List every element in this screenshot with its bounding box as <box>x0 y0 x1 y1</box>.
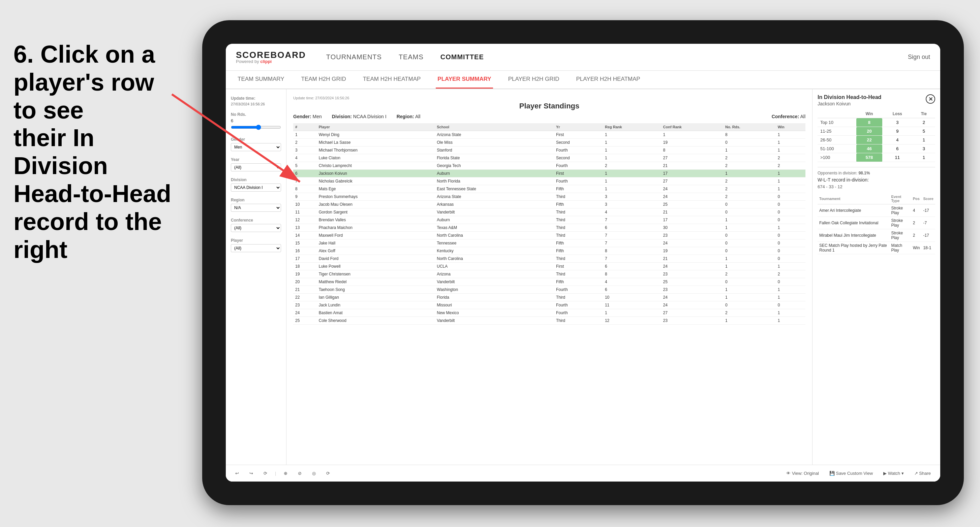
h2h-wlt-value: 674 - 33 - 12 <box>818 184 935 189</box>
col-reg-rank: Reg Rank <box>603 123 661 131</box>
view-original-button[interactable]: 👁 View: Original <box>784 470 822 477</box>
tournament-row: SEC Match Play hosted by Jerry Pate Roun… <box>818 242 935 254</box>
panel-title: Player Standings <box>293 102 805 110</box>
nav-teams[interactable]: TEAMS <box>399 52 423 63</box>
sidebar-year: Year (All) <box>231 157 281 171</box>
sidebar-division: Division NCAA Division I <box>231 178 281 192</box>
table-row[interactable]: 12 Brendan Valles Auburn Third 7 17 1 0 <box>293 216 805 224</box>
logo-area: SCOREBOARD Powered by clippi <box>236 51 306 63</box>
col-yr: Yr <box>554 123 603 131</box>
filter-button[interactable]: ⟳ <box>323 470 332 477</box>
h2h-panel: In Division Head-to-Head Jackson Koivun … <box>812 89 940 481</box>
gender-select[interactable]: Men Women <box>231 143 281 151</box>
table-row[interactable]: 4 Luke Claton Florida State Second 1 27 … <box>293 154 805 162</box>
logo-powered: Powered by clippi <box>236 59 306 63</box>
table-row[interactable]: 13 Phachara Maichon Texas A&M Third 6 30… <box>293 224 805 232</box>
h2h-divider <box>818 167 935 167</box>
sign-out-button[interactable]: Sign out <box>908 54 930 60</box>
tablet-screen: SCOREBOARD Powered by clippi TOURNAMENTS… <box>226 44 940 481</box>
col-conf-rank: Conf Rank <box>661 123 723 131</box>
table-row[interactable]: 24 Bastien Amat New Mexico Fourth 1 27 2… <box>293 309 805 317</box>
col-win: Win <box>776 123 805 131</box>
h2h-tournament-table: Tournament Event Type Pos Score Amer Ari… <box>818 193 935 254</box>
main-content: Update time: 27/03/2024 16:56:26 No Rds.… <box>226 89 940 481</box>
watch-button[interactable]: ▶ Watch ▾ <box>881 470 907 477</box>
table-row[interactable]: 9 Preston Summerhays Arizona State Third… <box>293 193 805 201</box>
table-row[interactable]: 11 Gordon Sargent Vanderbilt Third 4 21 … <box>293 208 805 216</box>
col-school: School <box>435 123 554 131</box>
player-select[interactable]: (All) <box>231 244 281 252</box>
toolbar-right: 👁 View: Original 💾 Save Custom View ▶ Wa… <box>784 470 934 477</box>
panel-header: Player Standings <box>293 102 805 110</box>
sidebar: Update time: 27/03/2024 16:56:26 No Rds.… <box>226 89 286 481</box>
save-custom-button[interactable]: 💾 Save Custom View <box>827 470 875 477</box>
table-row[interactable]: 21 Taehoon Song Washington Fourth 6 23 1… <box>293 286 805 294</box>
h2h-opponents-label: Opponents in division: 98.1% <box>818 171 935 175</box>
tournament-row: Fallen Oak Collegiate Invitational Strok… <box>818 217 935 229</box>
sidebar-no-rds: No Rds. 6 <box>231 112 281 131</box>
h2h-row: 26-50 22 4 1 <box>818 136 935 144</box>
sidebar-conference: Conference (All) <box>231 218 281 232</box>
remove-button[interactable]: ⊘ <box>295 470 304 477</box>
h2h-player: Jackson Koivun <box>818 101 881 106</box>
h2h-record: W-L-T record in-division: <box>818 177 935 183</box>
sub-nav-team-h2h-heatmap[interactable]: TEAM H2H HEATMAP <box>361 71 423 89</box>
nav-items: TOURNAMENTS TEAMS COMMITTEE <box>326 52 888 63</box>
sub-nav-player-summary[interactable]: PLAYER SUMMARY <box>436 71 493 89</box>
h2h-row: >100 578 11 1 <box>818 153 935 162</box>
table-row[interactable]: 2 Michael La Sasse Ole Miss Second 1 19 … <box>293 139 805 146</box>
sidebar-region: Region N/A <box>231 198 281 212</box>
sub-nav-player-h2h-grid[interactable]: PLAYER H2H GRID <box>506 71 561 89</box>
table-row[interactable]: 22 Ian Gilligan Florida Third 10 24 1 1 <box>293 294 805 302</box>
table-row[interactable]: 20 Matthew Riedel Vanderbilt Fifth 4 25 … <box>293 278 805 286</box>
table-row[interactable]: 6 Jackson Koivun Auburn First 1 17 1 1 <box>293 170 805 178</box>
col-no-rds: No. Rds. <box>723 123 776 131</box>
bottom-toolbar: ↩ ↪ ⟳ | ⊕ ⊘ ◎ ⟳ 👁 View: Original 💾 Save … <box>226 465 940 481</box>
logo-scoreboard: SCOREBOARD <box>236 51 306 59</box>
instruction-text: 6. Click on a player's row to see their … <box>0 34 196 270</box>
redo-button[interactable]: ↪ <box>247 470 256 477</box>
table-row[interactable]: 14 Maxwell Ford North Carolina Third 7 2… <box>293 232 805 240</box>
sidebar-gender: Gender Men Women <box>231 137 281 151</box>
h2h-row: 51-100 46 6 3 <box>818 144 935 153</box>
division-select[interactable]: NCAA Division I <box>231 184 281 192</box>
undo-button[interactable]: ↩ <box>232 470 242 477</box>
region-select[interactable]: N/A <box>231 204 281 212</box>
table-row[interactable]: 1 Wenyi Ding Arizona State First 1 1 8 1 <box>293 131 805 139</box>
no-rds-slider[interactable] <box>231 125 281 130</box>
col-player: Player <box>317 123 435 131</box>
nav-committee[interactable]: COMMITTEE <box>441 52 484 63</box>
refresh-button[interactable]: ⟳ <box>261 470 270 477</box>
table-row[interactable]: 18 Luke Powell UCLA First 6 24 1 1 <box>293 263 805 270</box>
nav-tournaments[interactable]: TOURNAMENTS <box>326 52 382 63</box>
sidebar-update: Update time: 27/03/2024 16:56:26 <box>231 96 281 106</box>
zoom-button[interactable]: ◎ <box>309 470 318 477</box>
h2h-table: Win Loss Tie Top 10 8 3 2 11-25 20 9 5 2… <box>818 110 935 162</box>
table-row[interactable]: 25 Cole Sherwood Vanderbilt Third 12 23 … <box>293 317 805 325</box>
h2h-title: In Division Head-to-Head <box>818 94 881 100</box>
table-row[interactable]: 23 Jack Lundin Missouri Fourth 11 24 0 0 <box>293 302 805 309</box>
table-row[interactable]: 5 Christo Lamprecht Georgia Tech Fourth … <box>293 162 805 170</box>
panel-filters: Gender: Men Division: NCAA Division I Re… <box>293 114 805 119</box>
h2h-close-button[interactable]: ✕ <box>926 94 935 104</box>
sub-nav-team-summary[interactable]: TEAM SUMMARY <box>236 71 286 89</box>
sub-nav: TEAM SUMMARY TEAM H2H GRID TEAM H2H HEAT… <box>226 71 940 89</box>
share-button[interactable]: ↗ Share <box>912 470 934 477</box>
table-row[interactable]: 3 Michael Thorbjornsen Stanford Fourth 1… <box>293 146 805 154</box>
year-select[interactable]: (All) <box>231 163 281 171</box>
table-row[interactable]: 7 Nicholas Gabrelcik North Florida Fourt… <box>293 178 805 185</box>
table-row[interactable]: 19 Tiger Christensen Arizona Third 8 23 … <box>293 270 805 278</box>
col-rank: # <box>293 123 317 131</box>
add-button[interactable]: ⊕ <box>281 470 290 477</box>
table-row[interactable]: 8 Mats Ege East Tennessee State Fifth 1 … <box>293 185 805 193</box>
table-row[interactable]: 17 David Ford North Carolina Third 7 21 … <box>293 255 805 263</box>
table-row[interactable]: 15 Jake Hall Tennessee Fifth 7 24 0 0 <box>293 240 805 247</box>
tablet-frame: SCOREBOARD Powered by clippi TOURNAMENTS… <box>202 20 964 505</box>
center-panel: Update time: 27/03/2024 16:56:26 Player … <box>286 89 812 481</box>
conference-select[interactable]: (All) <box>231 224 281 232</box>
table-row[interactable]: 10 Jacob Mau Olesen Arkansas Fifth 3 25 … <box>293 201 805 208</box>
sub-nav-player-h2h-heatmap[interactable]: PLAYER H2H HEATMAP <box>574 71 642 89</box>
sub-nav-team-h2h-grid[interactable]: TEAM H2H GRID <box>300 71 348 89</box>
h2h-row: 11-25 20 9 5 <box>818 127 935 136</box>
table-row[interactable]: 16 Alex Goff Kentucky Fifth 8 19 0 0 <box>293 247 805 255</box>
